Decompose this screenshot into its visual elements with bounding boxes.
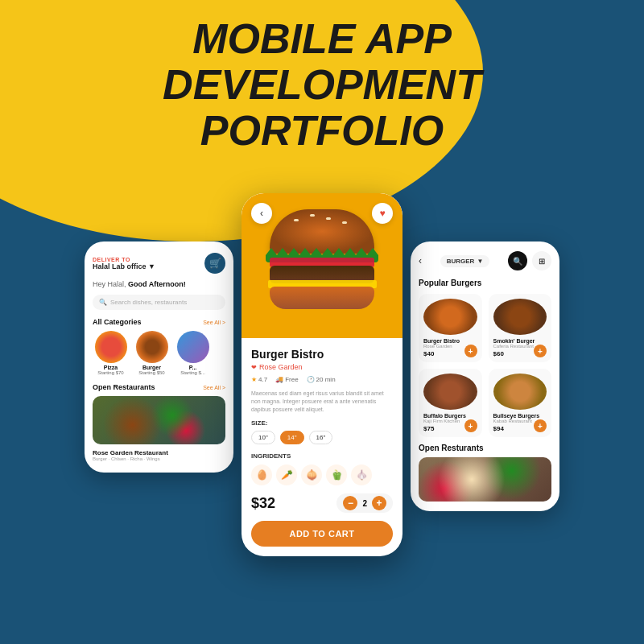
search-circle-button[interactable]: 🔍 bbox=[508, 251, 527, 270]
deliver-row: DELIVER TO Halal Lab office ▼ 🛒 bbox=[93, 253, 225, 274]
pizza-label: Pizza bbox=[93, 365, 129, 370]
burger-card-img-3 bbox=[423, 374, 477, 410]
restaurant-title: Burger Bistro bbox=[251, 348, 393, 361]
icon-row: 🔍 ⊞ bbox=[508, 251, 551, 270]
burger-bun-bottom bbox=[270, 287, 374, 309]
add-burger-3-button[interactable]: + bbox=[464, 419, 477, 432]
ingredient-5: 🧄 bbox=[351, 464, 372, 485]
size-16[interactable]: 16" bbox=[309, 431, 333, 444]
price-cart-row: $32 − 2 + bbox=[251, 493, 393, 513]
back-arrow[interactable]: ‹ bbox=[419, 255, 422, 266]
deliver-label: DELIVER TO bbox=[93, 257, 155, 262]
restaurant-image bbox=[93, 396, 225, 444]
restaurant-tags: Burger · Chlsen · Richa · Wings bbox=[93, 456, 225, 461]
more-image bbox=[177, 331, 209, 363]
open-restaurants-image bbox=[419, 457, 551, 502]
burger-label: Burger bbox=[134, 365, 170, 370]
burger-card-4[interactable]: Bullseye Burgers Kabab Restaurant $94 + bbox=[489, 369, 552, 437]
page-title: MOBILE APP DEVELOPMENT PORTFOLIO bbox=[0, 16, 644, 155]
restaurants-header: Open Restaurants See All > bbox=[93, 383, 225, 391]
add-to-cart-button[interactable]: ADD TO CART bbox=[251, 521, 393, 547]
phone-left: DELIVER TO Halal Lab office ▼ 🛒 Hey Hala… bbox=[85, 242, 233, 473]
size-options: 10" 14" 16" bbox=[251, 431, 393, 444]
ingredient-2: 🥕 bbox=[276, 464, 297, 485]
phone-right: ‹ BURGER ▼ 🔍 ⊞ Popular Burgers Burger Bi… bbox=[411, 242, 559, 511]
increase-qty-button[interactable]: + bbox=[372, 496, 386, 510]
decrease-qty-button[interactable]: − bbox=[343, 496, 357, 510]
delivery-item: 🚚 Free bbox=[275, 376, 298, 383]
dropdown-icon: ▼ bbox=[477, 258, 483, 265]
ingredient-4: 🫑 bbox=[326, 464, 347, 485]
phones-container: DELIVER TO Halal Lab office ▼ 🛒 Hey Hala… bbox=[0, 193, 644, 556]
popular-title: Popular Burgers bbox=[419, 279, 551, 287]
size-10[interactable]: 10" bbox=[251, 431, 275, 444]
burger-card-3[interactable]: Buffalo Burgers Kaji Firm Kitchen $75 + bbox=[419, 369, 482, 437]
clock-icon: 🕐 bbox=[307, 376, 315, 383]
open-restaurants-section: Open Restaurants See All > Rose Garden R… bbox=[93, 383, 225, 461]
filter-button[interactable]: ⊞ bbox=[532, 251, 551, 270]
ingredient-1: 🥚 bbox=[251, 464, 272, 485]
size-label: SIZE: bbox=[251, 419, 393, 427]
burger-card-2[interactable]: Smokin' Burger Caferia Restaurant $60 + bbox=[489, 294, 552, 362]
burger-hero-visual bbox=[262, 209, 382, 330]
search-bar[interactable]: 🔍 Search dishes, restaurants bbox=[93, 295, 225, 310]
burger-card-img-1 bbox=[423, 299, 477, 335]
rating-item: ★ 4.7 bbox=[251, 376, 267, 383]
greeting-text: Hey Halal, Good Afternoon! bbox=[93, 280, 225, 288]
search-icon: 🔍 bbox=[99, 299, 107, 306]
burger-grid: Burger Bistro Rose Garden $40 + Smokin' … bbox=[419, 294, 551, 437]
meta-row: ★ 4.7 🚚 Free 🕐 20 min bbox=[251, 376, 393, 383]
category-pizza[interactable]: Pizza Starting $70 bbox=[93, 331, 129, 375]
ingredient-3: 🧅 bbox=[301, 464, 322, 485]
top-bar: ‹ BURGER ▼ 🔍 ⊞ bbox=[419, 251, 551, 270]
deliver-location[interactable]: Halal Lab office ▼ bbox=[93, 262, 155, 270]
deliver-info: DELIVER TO Halal Lab office ▼ bbox=[93, 257, 155, 270]
description-text: Maecenas sed diam eget risus varius blan… bbox=[251, 390, 393, 413]
add-burger-2-button[interactable]: + bbox=[534, 345, 547, 357]
see-all-restaurants[interactable]: See All > bbox=[203, 385, 225, 390]
heart-icon: ❤ bbox=[251, 364, 257, 371]
header-section: MOBILE APP DEVELOPMENT PORTFOLIO bbox=[0, 16, 644, 155]
restaurant-name: Rose Garden Restaurant bbox=[93, 449, 225, 456]
open-restaurants-title-right: Open Resturants bbox=[419, 444, 551, 452]
size-14[interactable]: 14" bbox=[280, 431, 304, 444]
detail-body: Burger Bistro ❤ Rose Garden ★ 4.7 🚚 Free… bbox=[242, 338, 402, 556]
burger-name-4: Bullseye Burgers bbox=[493, 413, 547, 419]
pizza-price: Starting $70 bbox=[93, 370, 129, 375]
phone-center: ‹ ♥ Burger Bistro ❤ Rose Ga bbox=[242, 193, 402, 556]
quantity-control: − 2 + bbox=[336, 493, 393, 513]
more-price: Starting $... bbox=[175, 370, 211, 375]
category-tag[interactable]: BURGER ▼ bbox=[440, 255, 490, 267]
burger-name-2: Smokin' Burger bbox=[493, 338, 547, 344]
restaurant-subtitle: ❤ Rose Garden bbox=[251, 363, 393, 371]
add-burger-4-button[interactable]: + bbox=[534, 419, 547, 432]
burger-card-1[interactable]: Burger Bistro Rose Garden $40 + bbox=[419, 294, 482, 362]
add-burger-1-button[interactable]: + bbox=[464, 345, 477, 357]
item-price: $32 bbox=[251, 495, 275, 512]
quantity-value: 2 bbox=[362, 499, 367, 508]
delivery-icon: 🚚 bbox=[275, 376, 283, 383]
see-all-categories[interactable]: See All > bbox=[203, 320, 225, 325]
categories-title: All Categories bbox=[93, 318, 142, 326]
burger-image bbox=[136, 331, 168, 363]
ingredient-icons: 🥚 🥕 🧅 🫑 🧄 bbox=[251, 464, 393, 485]
ingredients-label: INGRIDENTS bbox=[251, 452, 393, 460]
burger-price: Starting $50 bbox=[134, 370, 170, 375]
burger-name-1: Burger Bistro bbox=[423, 338, 477, 344]
pizza-image bbox=[95, 331, 127, 363]
categories-header: All Categories See All > bbox=[93, 318, 225, 326]
burger-card-img-4 bbox=[493, 374, 547, 410]
hero-image: ‹ ♥ bbox=[242, 193, 402, 338]
star-icon: ★ bbox=[251, 376, 257, 383]
cart-icon[interactable]: 🛒 bbox=[204, 253, 225, 274]
burger-bun-top bbox=[270, 209, 374, 254]
categories-list: Pizza Starting $70 Burger Starting $50 P… bbox=[93, 331, 225, 375]
open-restaurants-title: Open Restaurants bbox=[93, 383, 155, 391]
burger-name-3: Buffalo Burgers bbox=[423, 413, 477, 419]
time-item: 🕐 20 min bbox=[307, 376, 336, 383]
category-more[interactable]: P... Starting $... bbox=[175, 331, 211, 375]
more-label: P... bbox=[175, 365, 211, 370]
category-burger[interactable]: Burger Starting $50 bbox=[134, 331, 170, 375]
burger-card-img-2 bbox=[493, 299, 547, 335]
